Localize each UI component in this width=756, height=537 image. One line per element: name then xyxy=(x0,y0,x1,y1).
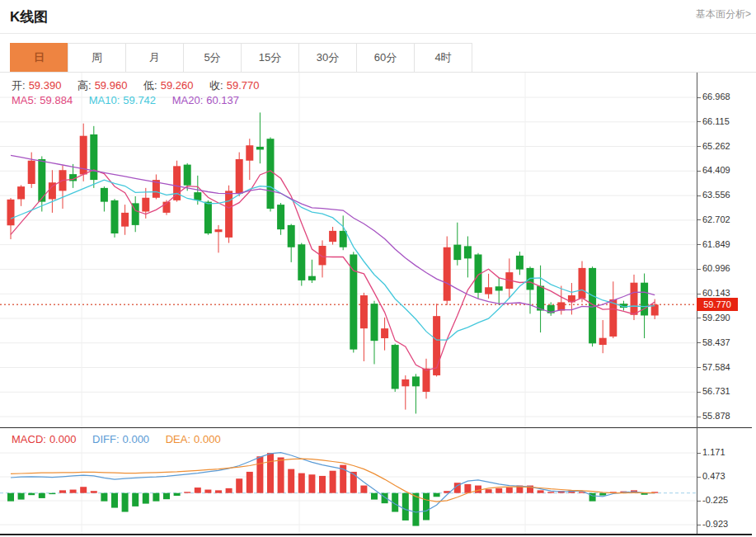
macd-histogram-bar xyxy=(18,493,25,500)
candle-body xyxy=(7,200,15,225)
macd-histogram-bar xyxy=(360,486,367,493)
candle-body xyxy=(204,202,212,233)
macd-histogram-bar xyxy=(371,493,378,500)
dea-label: DEA: xyxy=(166,433,190,445)
candle-body xyxy=(401,379,409,386)
macd-histogram-bar xyxy=(464,484,471,493)
candle-body xyxy=(101,188,108,202)
macd-histogram-bar xyxy=(143,493,149,504)
price-axis-label: 59.290 xyxy=(702,313,730,323)
fundamental-analysis-link[interactable]: 基本面分析> xyxy=(696,7,751,21)
macd-histogram-bar xyxy=(267,453,274,493)
axis-tick xyxy=(697,501,701,502)
candle-body xyxy=(350,254,357,349)
macd-histogram-bar xyxy=(412,493,419,526)
low-value: 59.260 xyxy=(161,79,194,92)
diff-label: DIFF: xyxy=(92,433,120,445)
ma20-value: 60.137 xyxy=(206,94,239,106)
candle-body xyxy=(453,245,461,260)
tab-日[interactable]: 日 xyxy=(10,43,68,73)
axis-tick xyxy=(697,342,701,343)
price-axis-label: -0.225 xyxy=(702,495,728,505)
high-value: 59.960 xyxy=(95,79,128,92)
macd-histogram-bar xyxy=(288,469,294,493)
macd-histogram-bar xyxy=(308,474,315,492)
ohlc-readout: 开:59.390 高:59.960 低:59.260 收:59.770 xyxy=(12,78,262,93)
macd-histogram-bar xyxy=(330,471,336,493)
axis-tick xyxy=(697,244,701,245)
candle-body xyxy=(298,244,305,280)
macd-histogram-bar xyxy=(101,493,107,502)
candle-body xyxy=(495,286,503,290)
open-label: 开: xyxy=(12,79,26,92)
price-axis-label: 58.437 xyxy=(702,337,730,347)
candle-body xyxy=(329,231,336,242)
ma10-value: 59.742 xyxy=(123,94,156,106)
candle-body xyxy=(225,191,232,238)
ma5-value: 59.884 xyxy=(40,94,73,106)
candle-body xyxy=(215,229,223,232)
axis-tick xyxy=(697,97,701,98)
macd-readout: MACD:0.000 DIFF:0.000 DEA:0.000 xyxy=(12,433,224,445)
macd-histogram-bar xyxy=(350,472,357,493)
macd-histogram-bar xyxy=(153,493,159,502)
axis-tick xyxy=(697,121,701,122)
macd-histogram-bar xyxy=(538,490,544,492)
tab-60分[interactable]: 60分 xyxy=(356,43,415,73)
candle-body xyxy=(142,198,149,212)
macd-label: MACD: xyxy=(12,433,46,445)
price-axis-label: 60.996 xyxy=(702,263,730,273)
macd-histogram-bar xyxy=(49,493,55,494)
macd-histogram-bar xyxy=(39,493,45,498)
axis-tick xyxy=(697,367,701,368)
macd-histogram-bar xyxy=(91,491,97,492)
candle-body xyxy=(236,159,243,194)
candle-body xyxy=(184,165,191,186)
tab-4时[interactable]: 4时 xyxy=(414,43,472,73)
price-axis-label: 65.262 xyxy=(702,141,730,151)
candle-body xyxy=(392,345,399,389)
candle-body xyxy=(464,246,472,258)
macd-histogram-bar xyxy=(70,490,77,493)
price-axis-label: 66.115 xyxy=(702,116,730,126)
macd-histogram-bar xyxy=(59,490,66,492)
axis-tick xyxy=(697,294,701,294)
ma-readout: MA5:59.884 MA10:59.742 MA20:60.137 xyxy=(12,94,242,106)
price-axis-label: 66.968 xyxy=(702,92,730,101)
candle-body xyxy=(360,295,368,328)
page-title: K线图 xyxy=(10,7,48,26)
candle-body xyxy=(194,192,201,200)
candle-body xyxy=(516,256,524,270)
macd-histogram-bar xyxy=(132,493,139,506)
diff-value: 0.000 xyxy=(123,433,150,445)
tab-5分[interactable]: 5分 xyxy=(183,43,242,73)
candle-body xyxy=(256,147,264,149)
candle-body xyxy=(111,200,119,233)
candle-body xyxy=(308,276,316,280)
macd-histogram-bar xyxy=(506,488,513,493)
candlestick-chart-canvas[interactable] xyxy=(0,73,697,428)
dea-value: 0.000 xyxy=(194,433,221,445)
close-label: 收: xyxy=(209,79,223,92)
macd-histogram-bar xyxy=(402,493,409,521)
axis-tick xyxy=(697,171,701,172)
candle-body xyxy=(28,161,35,184)
widget-header: K线图 基本面分析> xyxy=(0,0,756,34)
axis-tick xyxy=(697,417,701,417)
current-price-badge: 59.770 xyxy=(697,298,738,311)
ma5-label: MA5: xyxy=(12,94,36,106)
candle-body xyxy=(423,369,430,392)
price-axis-label: 55.878 xyxy=(702,411,730,421)
macd-histogram-bar xyxy=(7,493,14,502)
macd-histogram-bar xyxy=(215,490,222,492)
candle-body xyxy=(599,338,607,345)
tab-30分[interactable]: 30分 xyxy=(298,43,357,73)
macd-histogram-bar xyxy=(226,488,232,493)
panel-divider xyxy=(0,427,752,428)
tab-月[interactable]: 月 xyxy=(125,43,184,73)
tab-周[interactable]: 周 xyxy=(68,43,126,73)
tab-15分[interactable]: 15分 xyxy=(241,43,299,73)
open-value: 59.390 xyxy=(29,79,62,92)
ma20-label: MA20: xyxy=(172,94,204,106)
price-axis-label: 62.702 xyxy=(702,214,730,224)
